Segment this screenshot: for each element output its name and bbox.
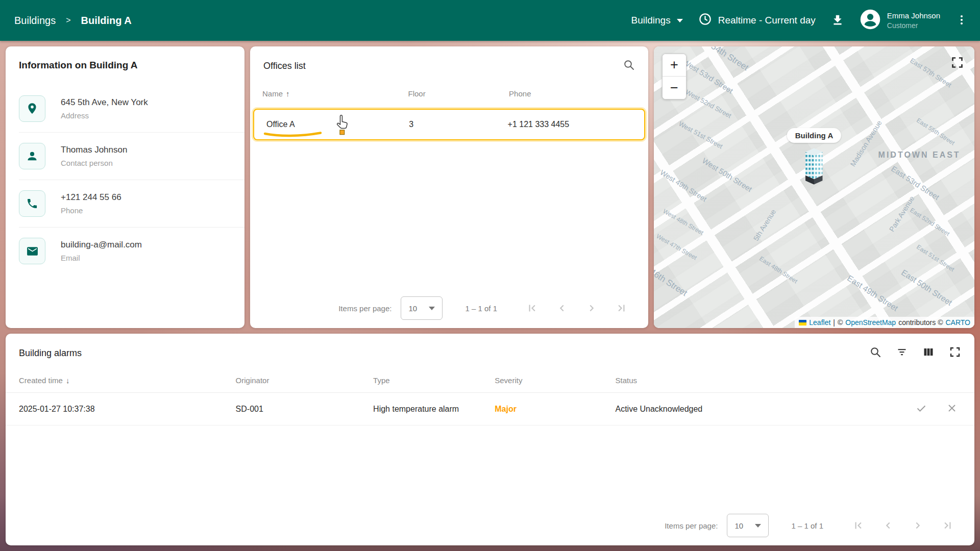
alarms-col-created[interactable]: Created time↓ bbox=[19, 376, 236, 385]
alarms-col-status[interactable]: Status bbox=[616, 376, 900, 385]
more-vert-icon bbox=[955, 13, 968, 28]
address-label: Address bbox=[61, 111, 148, 120]
info-card-title: Information on Building A bbox=[6, 46, 244, 74]
entity-select-label: Buildings bbox=[631, 15, 671, 26]
phone-label: Phone bbox=[61, 206, 121, 215]
alarm-type-cell: High temperature alarm bbox=[373, 405, 495, 414]
street-label: East 55th Street bbox=[915, 117, 956, 147]
offices-col-phone[interactable]: Phone bbox=[509, 89, 636, 98]
street-label: Madison Avenue bbox=[849, 119, 884, 168]
street-label: West 49th Street bbox=[659, 168, 708, 204]
alarm-created-cell: 2025-01-27 10:37:38 bbox=[19, 405, 236, 414]
address-value: 645 5th Ave, New York bbox=[61, 97, 148, 108]
street-label: West 52nd Street bbox=[684, 88, 732, 120]
items-per-page-label: Items per page: bbox=[338, 304, 391, 313]
info-item-phone: +121 244 55 66 Phone bbox=[19, 180, 244, 228]
timewindow-button[interactable]: Realtime - Current day bbox=[698, 12, 816, 29]
offices-col-name[interactable]: Name↑ bbox=[262, 89, 408, 98]
sort-desc-icon: ↓ bbox=[66, 376, 70, 385]
entity-select[interactable]: Buildings bbox=[631, 15, 683, 26]
street-label: East 57th Street bbox=[909, 57, 953, 89]
phone-icon bbox=[19, 190, 45, 217]
leaflet-link[interactable]: Leaflet bbox=[809, 318, 830, 327]
fullscreen-icon[interactable] bbox=[949, 346, 961, 360]
user-menu[interactable]: Emma Johnson Customer bbox=[860, 9, 940, 32]
search-icon[interactable] bbox=[869, 346, 881, 360]
click-highlight-underline bbox=[263, 130, 323, 139]
page-range: 1 – 1 of 1 bbox=[465, 304, 497, 313]
user-role: Customer bbox=[887, 21, 940, 30]
first-page-button[interactable] bbox=[526, 302, 539, 315]
more-menu-button[interactable] bbox=[955, 13, 968, 28]
alarms-table-header: Created time↓ Originator Type Severity S… bbox=[6, 368, 974, 393]
prev-page-button[interactable] bbox=[881, 519, 895, 532]
topbar-actions: Buildings Realtime - Current day Em bbox=[631, 9, 968, 32]
chevron-down-icon bbox=[755, 524, 761, 528]
columns-icon[interactable] bbox=[922, 346, 935, 360]
first-page-button[interactable] bbox=[852, 519, 865, 532]
zoom-out-button[interactable]: − bbox=[663, 77, 686, 99]
street-label: East 53rd Street bbox=[890, 164, 941, 202]
clock-icon bbox=[698, 12, 712, 29]
topbar: Buildings > Building A Buildings Realtim… bbox=[0, 0, 980, 41]
alarms-col-originator[interactable]: Originator bbox=[236, 376, 374, 385]
openstreetmap-link[interactable]: OpenStreetMap bbox=[845, 318, 896, 327]
timewindow-label: Realtime - Current day bbox=[718, 15, 816, 26]
alarm-row[interactable]: 2025-01-27 10:37:38 SD-001 High temperat… bbox=[6, 393, 974, 425]
alarms-paginator: Items per page: 10 1 – 1 of 1 bbox=[665, 514, 954, 537]
street-label: Park Avenue bbox=[888, 194, 916, 233]
map-canvas[interactable]: 54th Street West 53rd Street West 52nd S… bbox=[654, 46, 974, 328]
avatar bbox=[860, 9, 881, 32]
items-per-page-select[interactable]: 10 bbox=[401, 296, 443, 320]
map-attribution: Leaflet | © OpenStreetMap contributors ©… bbox=[795, 317, 974, 328]
items-per-page-select[interactable]: 10 bbox=[727, 514, 769, 537]
offices-card-title: Offices list bbox=[263, 61, 306, 71]
search-icon[interactable] bbox=[623, 59, 635, 73]
phone-value: +121 244 55 66 bbox=[61, 192, 121, 203]
last-page-button[interactable] bbox=[615, 302, 628, 315]
dashboard-content: Information on Building A 645 5th Ave, N… bbox=[0, 41, 980, 551]
building-marker[interactable]: Building A bbox=[787, 128, 841, 192]
street-label: West 51st Street bbox=[677, 119, 724, 150]
building-3d-icon bbox=[802, 145, 826, 192]
street-label: East 49th Street bbox=[845, 273, 899, 313]
clear-icon[interactable] bbox=[946, 402, 958, 416]
street-label: West 53rd Street bbox=[681, 57, 734, 95]
download-button[interactable] bbox=[831, 13, 844, 28]
alarms-col-severity[interactable]: Severity bbox=[495, 376, 615, 385]
carto-link[interactable]: CARTO bbox=[946, 318, 971, 327]
zoom-in-button[interactable]: + bbox=[663, 54, 686, 77]
next-page-button[interactable] bbox=[911, 519, 924, 532]
contact-label: Contact person bbox=[61, 159, 127, 167]
street-label: East 52nd Street bbox=[909, 207, 951, 237]
last-page-button[interactable] bbox=[941, 519, 954, 532]
fullscreen-icon bbox=[950, 63, 964, 71]
info-items: 645 5th Ave, New York Address Thomas Joh… bbox=[6, 85, 244, 274]
acknowledge-icon[interactable] bbox=[915, 402, 927, 416]
street-label: West 50th Street bbox=[701, 156, 754, 193]
street-label: 54th Street bbox=[709, 46, 750, 73]
filter-icon[interactable] bbox=[896, 346, 908, 360]
prev-page-button[interactable] bbox=[555, 302, 569, 315]
dashboard: Buildings > Building A Buildings Realtim… bbox=[0, 0, 980, 551]
email-icon bbox=[19, 238, 45, 264]
contributors-text: contributors © bbox=[898, 318, 943, 327]
items-per-page-label: Items per page: bbox=[665, 521, 718, 530]
ukraine-flag-icon bbox=[799, 320, 806, 325]
street-label: East 48th Street bbox=[758, 255, 799, 285]
breadcrumb: Buildings > Building A bbox=[14, 15, 132, 27]
breadcrumb-buildings[interactable]: Buildings bbox=[14, 15, 56, 27]
breadcrumb-current: Building A bbox=[81, 15, 132, 27]
office-floor-cell: 3 bbox=[409, 120, 507, 129]
person-icon bbox=[19, 143, 45, 169]
map-fullscreen-button[interactable] bbox=[950, 56, 964, 71]
building-alarms-card: Building alarms bbox=[6, 334, 974, 545]
office-row[interactable]: Office A 3 +1 121 333 4455 bbox=[253, 109, 645, 140]
alarms-col-type[interactable]: Type bbox=[373, 376, 495, 385]
building-marker-label: Building A bbox=[787, 128, 841, 143]
copyright-symbol: © bbox=[838, 318, 843, 327]
chevron-down-icon bbox=[677, 19, 683, 22]
offices-col-floor[interactable]: Floor bbox=[408, 89, 509, 98]
street-label: East 51st Street bbox=[915, 243, 955, 273]
next-page-button[interactable] bbox=[585, 302, 598, 315]
